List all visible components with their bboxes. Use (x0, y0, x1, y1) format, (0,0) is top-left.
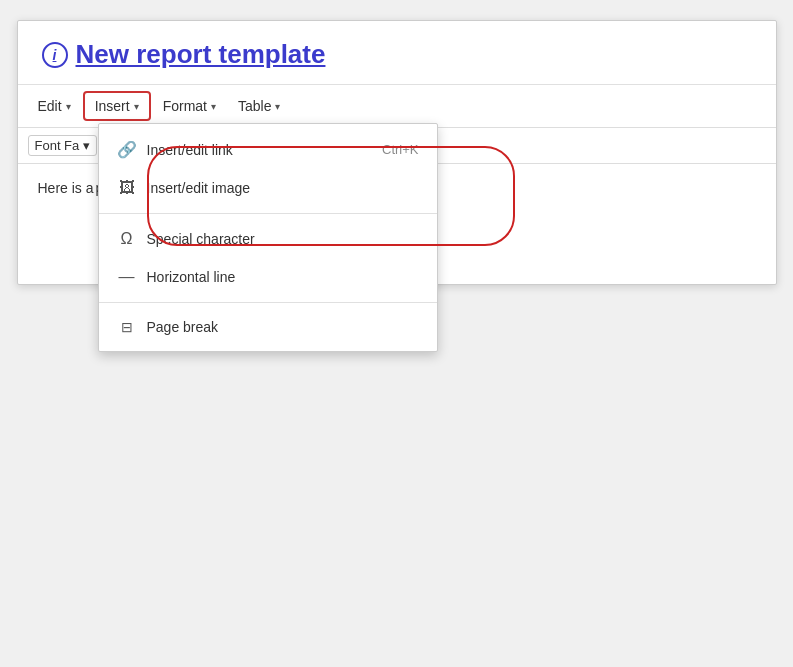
dropdown-section-1: 🔗 Insert/edit link Ctrl+K 🖼 Insert/edit … (99, 124, 437, 214)
insert-edit-link-shortcut: Ctrl+K (382, 142, 418, 157)
edit-chevron: ▾ (66, 101, 71, 112)
menu-item-table[interactable]: Table ▾ (228, 93, 290, 119)
font-family-label: Font Fa (35, 138, 80, 153)
table-label: Table (238, 98, 271, 114)
menu-item-insert[interactable]: Insert ▾ (83, 91, 151, 121)
menu-item-edit[interactable]: Edit ▾ (28, 93, 81, 119)
horizontal-line-icon: — (117, 268, 137, 286)
font-family-selector[interactable]: Font Fa ▾ (28, 135, 98, 156)
format-chevron: ▾ (211, 101, 216, 112)
menu-bar: Edit ▾ Insert ▾ Format ▾ Table ▾ 🔗 (18, 85, 776, 128)
page-container: i New report template Edit ▾ Insert ▾ Fo… (17, 20, 777, 285)
dropdown-section-2: Ω Special character — Horizontal line (99, 214, 437, 303)
insert-edit-link-label: Insert/edit link (147, 142, 233, 158)
title-text: New report template (76, 39, 326, 70)
edit-label: Edit (38, 98, 62, 114)
link-icon: 🔗 (117, 140, 137, 159)
menu-item-format[interactable]: Format ▾ (153, 93, 226, 119)
table-chevron: ▾ (275, 101, 280, 112)
format-label: Format (163, 98, 207, 114)
dropdown-section-3: ⊟ Page break (99, 303, 437, 351)
info-icon: i (42, 42, 68, 68)
insert-label: Insert (95, 98, 130, 114)
insert-edit-image-label: Insert/edit image (147, 180, 251, 196)
editor-area: Edit ▾ Insert ▾ Format ▾ Table ▾ 🔗 (18, 85, 776, 284)
page-title: i New report template (42, 39, 752, 70)
image-icon: 🖼 (117, 179, 137, 197)
editor-text: Here is a (38, 180, 94, 196)
insert-chevron: ▾ (134, 101, 139, 112)
font-family-chevron: ▾ (83, 138, 90, 153)
dropdown-item-insert-edit-image[interactable]: 🖼 Insert/edit image (99, 169, 437, 207)
dropdown-item-insert-edit-link[interactable]: 🔗 Insert/edit link Ctrl+K (99, 130, 437, 169)
page-header: i New report template (18, 21, 776, 85)
omega-icon: Ω (117, 230, 137, 248)
page-break-icon: ⊟ (117, 319, 137, 335)
insert-dropdown: 🔗 Insert/edit link Ctrl+K 🖼 Insert/edit … (98, 123, 438, 352)
horizontal-line-label: Horizontal line (147, 269, 236, 285)
dropdown-item-horizontal-line[interactable]: — Horizontal line (99, 258, 437, 296)
dropdown-item-page-break[interactable]: ⊟ Page break (99, 309, 437, 345)
dropdown-item-special-character[interactable]: Ω Special character (99, 220, 437, 258)
page-break-label: Page break (147, 319, 219, 335)
special-character-label: Special character (147, 231, 255, 247)
